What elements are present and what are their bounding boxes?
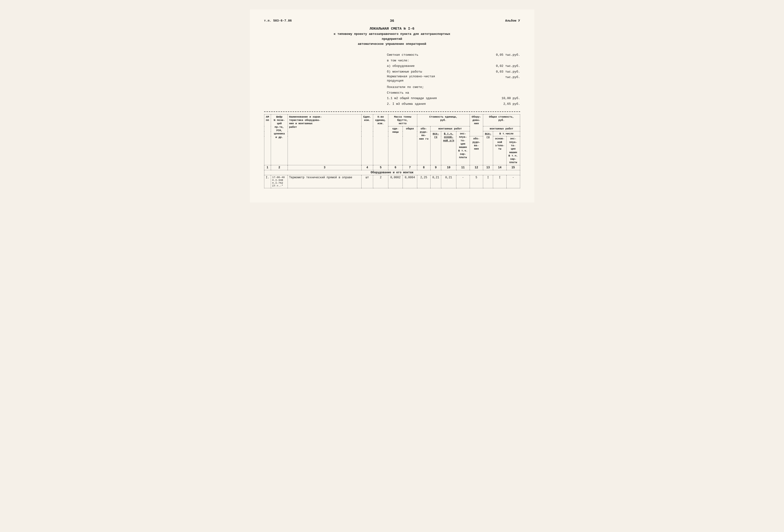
v-tom-chisle: в том числе:	[387, 58, 409, 63]
header-row-1: АМпп Шифр№ пози-цийпр-та,УСН,ценникаи др…	[264, 114, 520, 126]
m2-value: 10,00 руб.	[501, 95, 520, 101]
cell-kvo: 2	[373, 175, 388, 188]
num-4: 4	[361, 165, 373, 170]
col-shifr: Шифр№ пози-цийпр-та,УСН,ценникаи др.	[271, 114, 287, 165]
col-kvo: К-воединиц.изм.	[373, 114, 388, 165]
num-3: 3	[288, 165, 362, 170]
cell-osn-zp: I	[493, 175, 507, 188]
col-naim: Наименование и харак-теристика оборудова…	[288, 114, 362, 165]
title-line2: к типовому проекту автозаправочного пунк…	[264, 32, 520, 37]
col-massa-header: Масса тонныбрутто,нетто	[388, 114, 417, 126]
cost-row-smetnaya: Сметная стоимость 0,05 тыс.руб.	[387, 52, 520, 58]
num-14: 14	[493, 165, 507, 170]
m3-label: 2. I м3 объема здания	[387, 101, 426, 107]
col-mont-rabot-header: монтажных работ	[430, 126, 470, 131]
smetnaya-value: 0,05 тыс.руб.	[496, 52, 520, 58]
table-row: I. 17-06-48п.I-348п.I-752IТ-т.-* Термоме…	[264, 175, 520, 188]
num-15: 15	[506, 165, 520, 170]
cost-row-m3: 2. I м3 объема здания 2,65 руб.	[387, 101, 520, 107]
col-eksp-mashin: экс-плуа-та-циямашинВ т.ч.зар-платы	[506, 136, 520, 165]
num-9: 9	[430, 165, 441, 170]
col-obsch-stoimost-header: Общая стоимость,руб.	[483, 114, 520, 126]
num-7: 7	[402, 165, 417, 170]
doc-number: т.п. 503-6-7.86	[264, 19, 292, 23]
num-5: 5	[373, 165, 388, 170]
cell-shifr: 17-06-48п.I-348п.I-752IТ-т.-*	[271, 175, 287, 188]
page-header: т.п. 503-6-7.86 36 Альбом У	[264, 19, 520, 23]
pokazateli-label: Показатели по смете;	[387, 84, 424, 90]
cell-mont-vsego2: I	[483, 175, 493, 188]
title-line4: автоматическое управление операторной	[264, 42, 520, 47]
cell-massa-ed: 0,0002	[388, 175, 403, 188]
num-13: 13	[483, 165, 493, 170]
cost-row-oborud: а) оборудование 0,02 тыс.руб.	[387, 63, 520, 69]
montazh-label: б) монтажные работы	[387, 69, 422, 75]
num-2: 2	[271, 165, 287, 170]
cell-st-obor: 2,25	[417, 175, 430, 188]
cell-am: I.	[264, 175, 271, 188]
col-massa-ed: еди-ницы	[388, 126, 403, 165]
section-label-row: Оборудование и его монтаж	[264, 170, 520, 175]
cell-mont-vse: 0,21	[430, 175, 441, 188]
col-osn-zp: основ-нойз/пла-ты	[493, 136, 507, 165]
smetnaya-label: Сметная стоимость	[387, 52, 418, 58]
col-mont-eksp: экс-плуа-та-циямашинВ т.ч.зар-платы	[456, 131, 470, 165]
normativnaya-label: Нормативная условно-чистая продукция	[387, 75, 444, 83]
main-table: АМпп Шифр№ пози-цийпр-та,УСН,ценникаи др…	[264, 114, 520, 188]
cost-row-montazh: б) монтажные работы 0,03 тыс.руб.	[387, 69, 520, 75]
cell-mont-eksp: -	[456, 175, 470, 188]
col-mont-vsego2: все-го	[483, 131, 493, 165]
col-ed-izm: Един.изм.	[361, 114, 373, 165]
title-line3: предприятий	[264, 37, 520, 42]
main-table-wrapper: АМпп Шифр№ пози-цийпр-та,УСН,ценникаи др…	[264, 114, 520, 188]
col-mont-vse: все-го	[430, 131, 441, 165]
stoimost-label: Стоимость на	[387, 90, 409, 95]
col-am-pp: АМпп	[264, 114, 271, 165]
montazh-value: 0,03 тыс.руб.	[496, 69, 520, 75]
title-section: ЛОКАЛЬНАЯ СМЕТА № I-6 к типовому проекту…	[264, 26, 520, 47]
col-obor-vsego2: обо-рудо-ва-ния	[470, 136, 483, 165]
cell-mont-vt: 0,21	[441, 175, 456, 188]
cell-eksp: -	[506, 175, 520, 188]
number-row: 1 2 3 4 5 6 7 8 9 10 11 12 13 14 15	[264, 165, 520, 170]
m3-value: 2,65 руб.	[503, 101, 520, 107]
num-1: 1	[264, 165, 271, 170]
section-label-text: Оборудование и его монтаж	[264, 170, 520, 175]
num-11: 11	[456, 165, 470, 170]
oborudovanie-value: 0,02 тыс.руб.	[496, 63, 520, 69]
cost-row-normativ: Нормативная условно-чистая продукция тыс…	[387, 75, 520, 83]
cost-section: Сметная стоимость 0,05 тыс.руб. в том чи…	[387, 52, 520, 107]
title-line1: ЛОКАЛЬНАЯ СМЕТА № I-6	[264, 26, 520, 32]
num-10: 10	[441, 165, 456, 170]
album-label: Альбом У	[505, 19, 520, 23]
cell-massa-ob: 0,0004	[402, 175, 417, 188]
num-8: 8	[417, 165, 430, 170]
normativnaya-value: тыс.руб.	[505, 75, 520, 83]
page-container: т.п. 503-6-7.86 36 Альбом У ЛОКАЛЬНАЯ СМ…	[250, 9, 534, 202]
col-massa-ob: общая	[402, 126, 417, 165]
col-mont-rabot-header2: монтажных работ	[483, 126, 520, 131]
page-number: 36	[390, 19, 394, 23]
cell-naim: Термометр технический прямой в оправе	[288, 175, 362, 188]
col-stoimost-ed-header: Стоимость единицы,руб.	[417, 114, 470, 126]
col-obor-vsego-header: Обору-дова-ния	[470, 114, 483, 136]
num-12: 12	[470, 165, 483, 170]
oborudovanie-label: а) оборудование	[387, 63, 415, 69]
cost-row-m2: 1.1 м2 общей площади здания 10,00 руб.	[387, 95, 520, 101]
num-6: 6	[388, 165, 403, 170]
col-obor-ed: обо-рудо-ва-ния го	[417, 126, 430, 165]
cell-obor-vsego: 5	[470, 175, 483, 188]
col-mont-vt: В т.ч.основ-ной з/п	[441, 131, 456, 165]
col-vt-chisle-header: В т.числе	[493, 131, 520, 136]
m2-label: 1.1 м2 общей площади здания	[387, 95, 437, 101]
cell-ed: шт	[361, 175, 373, 188]
separator-top	[264, 111, 520, 112]
